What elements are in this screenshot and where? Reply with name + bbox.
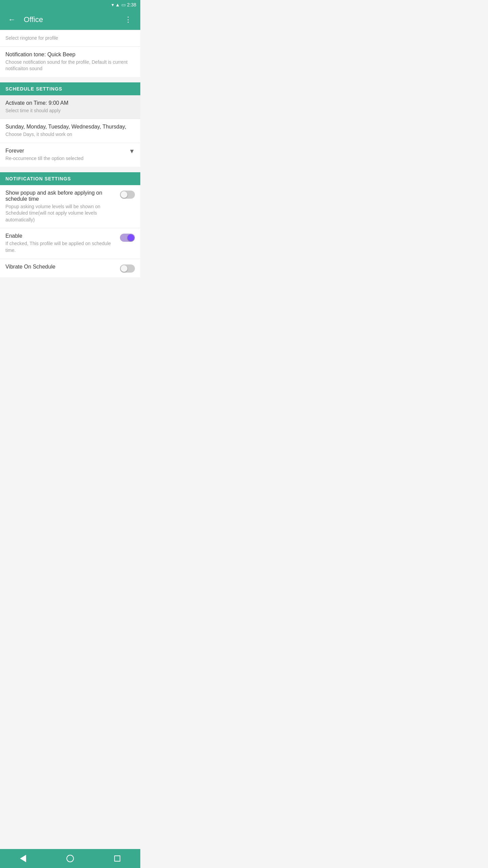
schedule-section-header: SCHEDULE SETTINGS: [0, 82, 140, 95]
enable-item[interactable]: Enable If checked, This profile will be …: [0, 228, 140, 259]
battery-icon: ▭: [121, 2, 126, 7]
enable-subtitle: If checked, This profile will be applied…: [5, 240, 116, 254]
page-title: Office: [24, 15, 116, 24]
show-popup-subtitle: Popup asking volume levels will be shown…: [5, 203, 116, 223]
days-subtitle: Choose Days, it should work on: [5, 131, 135, 138]
back-arrow-icon: ←: [8, 15, 16, 24]
show-popup-toggle[interactable]: [120, 191, 135, 199]
dropdown-arrow-icon: ▼: [129, 148, 135, 155]
days-title: Sunday, Monday, Tuesday, Wednesday, Thur…: [5, 124, 135, 130]
reoccurrence-subtitle: Re-occurrence till the option selected: [5, 155, 135, 162]
content-area: Select ringtone for profile Notification…: [0, 30, 140, 302]
schedule-section: SCHEDULE SETTINGS Activate on Time: 9:00…: [0, 82, 140, 167]
enable-toggle[interactable]: [120, 234, 135, 242]
nav-spacer: [0, 283, 140, 302]
notification-section-header: NOTIFICATION SETTINGS: [0, 172, 140, 185]
vibrate-toggle[interactable]: [120, 264, 135, 273]
days-item[interactable]: Sunday, Monday, Tuesday, Wednesday, Thur…: [0, 119, 140, 143]
reoccurrence-item[interactable]: Forever ▼ Re-occurrence till the option …: [0, 143, 140, 167]
schedule-section-title: SCHEDULE SETTINGS: [5, 86, 62, 92]
app-bar: ← Office ⋮: [0, 9, 140, 30]
enable-title: Enable: [5, 233, 116, 239]
ringtone-item[interactable]: Select ringtone for profile: [0, 30, 140, 47]
show-popup-item[interactable]: Show popup and ask before applying on sc…: [0, 185, 140, 229]
vibrate-row: Vibrate On Schedule: [5, 264, 135, 273]
reoccurrence-dropdown: Forever ▼: [5, 148, 135, 155]
notification-section-title: NOTIFICATION SETTINGS: [5, 176, 71, 181]
vibrate-toggle-thumb: [121, 265, 127, 272]
ringtone-subtitle: Select ringtone for profile: [5, 35, 135, 42]
status-icons: ▾ ▲ ▭ 2:38: [111, 2, 136, 7]
notification-tone-title: Notification tone: Quick Beep: [5, 52, 135, 58]
activate-time-title: Activate on Time: 9:00 AM: [5, 100, 135, 106]
ringtone-card: Select ringtone for profile Notification…: [0, 30, 140, 77]
show-popup-toggle-thumb: [121, 191, 127, 198]
show-popup-title: Show popup and ask before applying on sc…: [5, 190, 116, 202]
status-time: 2:38: [127, 2, 136, 7]
activate-time-item[interactable]: Activate on Time: 9:00 AM Select time it…: [0, 95, 140, 119]
signal-icon: ▲: [115, 2, 120, 7]
vibrate-title: Vibrate On Schedule: [5, 264, 116, 270]
notification-tone-item[interactable]: Notification tone: Quick Beep Choose not…: [0, 47, 140, 77]
show-popup-row: Show popup and ask before applying on sc…: [5, 190, 135, 223]
reoccurrence-title: Forever: [5, 148, 24, 154]
vibrate-item[interactable]: Vibrate On Schedule: [0, 259, 140, 277]
wifi-icon: ▾: [111, 2, 114, 7]
vibrate-text: Vibrate On Schedule: [5, 264, 116, 271]
activate-time-subtitle: Select time it should apply: [5, 107, 135, 114]
enable-row: Enable If checked, This profile will be …: [5, 233, 135, 254]
show-popup-text: Show popup and ask before applying on sc…: [5, 190, 116, 223]
notification-section: NOTIFICATION SETTINGS Show popup and ask…: [0, 172, 140, 277]
notification-tone-subtitle: Choose notification sound for the profil…: [5, 59, 135, 72]
status-bar: ▾ ▲ ▭ 2:38: [0, 0, 140, 9]
enable-text: Enable If checked, This profile will be …: [5, 233, 116, 254]
back-button[interactable]: ←: [5, 13, 18, 27]
overflow-menu-button[interactable]: ⋮: [122, 13, 135, 27]
